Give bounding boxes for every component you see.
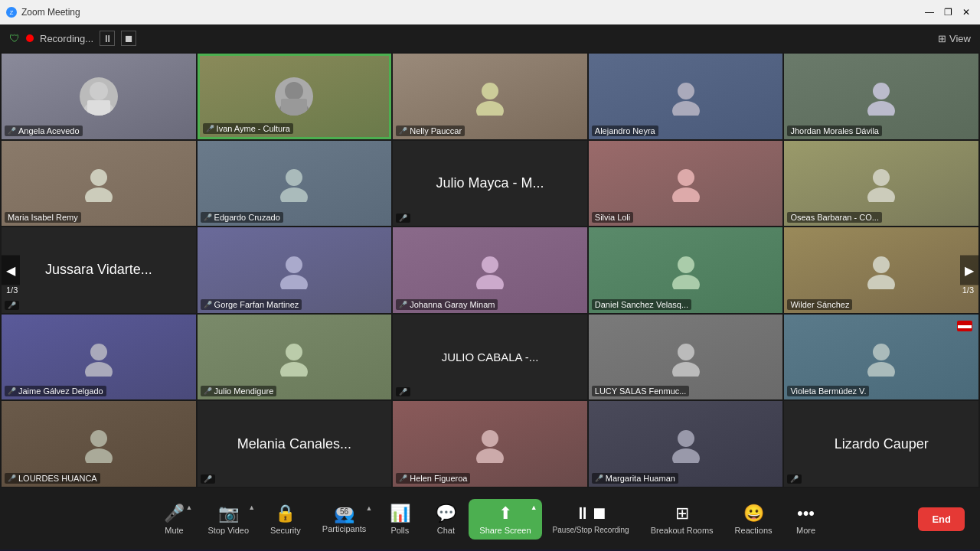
svg-point-16 [678,169,694,186]
participant-name-display-melania: Melania Canales... [237,436,351,452]
participant-cell-lizardo[interactable]: Lizardo Cauper 🎤 [784,401,978,487]
participants-caret[interactable]: ▲ [365,504,372,512]
recording-text: Recording... [40,33,93,44]
end-label: End [932,514,951,525]
participant-cell-wilder[interactable]: Wilder Sánchez ▶ 1/3 [784,227,978,313]
participants-button[interactable]: ▲ 👥 56 Participants [312,500,377,538]
participant-cell-helen[interactable]: 🎤 Helen Figueroa [393,401,587,487]
next-page-button[interactable]: ▶ [960,255,978,285]
polls-button[interactable]: 📊 Polls [377,499,423,540]
pause-recording-button[interactable]: ⏸ [100,31,115,46]
stop-recording-button[interactable]: ⏹ [121,31,136,46]
participant-name-melania: 🎤 [201,474,215,484]
participant-name-nelly: 🎤 Nelly Pauccar [396,126,465,136]
mute-icon: 🎤 [399,388,407,396]
participant-name-gorge: 🎤 Gorge Farfan Martinez [201,299,302,310]
more-button[interactable]: ••• More [783,499,829,540]
maximize-button[interactable]: ❐ [940,5,956,20]
participant-cell-lucy[interactable]: LUCY SALAS Fenmuc... [589,315,783,400]
participant-cell-julio-cabala[interactable]: JULIO CABALA -... 🎤 [393,315,587,400]
camera-icon: 📷 [218,504,239,523]
participant-cell-violeta[interactable]: Violeta Bermúdez V. [784,315,978,400]
participant-cell-julio-mayca[interactable]: Julio Mayca - M... 🎤 [393,141,587,227]
share-screen-button[interactable]: ▲ ⬆ Share Screen [469,499,541,540]
record-label: Pause/Stop Recording [553,526,629,534]
mute-icon: 🎤 [399,127,407,135]
participant-cell-jaime[interactable]: 🎤 Jaime Gálvez Delgado [2,315,196,400]
svg-rect-2 [87,100,110,116]
participant-cell-jhordan[interactable]: Jhordan Morales Dávila [784,54,978,139]
svg-point-10 [873,83,890,99]
participant-cell-alejandro[interactable]: Alejandro Neyra [589,54,783,139]
participant-name-lucy: LUCY SALAS Fenmuc... [592,386,690,396]
participants-label: Participants [322,524,366,533]
participant-cell-ivan[interactable]: 🎤 Ivan Ayme - Cultura [198,54,392,139]
svg-point-36 [90,430,107,447]
participant-name-angela: 🎤 Angela Acevedo [5,126,83,136]
breakout-button[interactable]: ⊞ Breakout Rooms [640,499,724,540]
participant-cell-daniel[interactable]: Daniel Sanchez Velasq... [589,227,783,313]
svg-point-39 [476,448,504,463]
shield-icon: 🛡 [9,32,20,44]
svg-point-19 [867,187,895,202]
mute-icon: 🎤 [8,474,16,482]
record-button[interactable]: ⏸⏹ Pause/Stop Recording [542,499,640,539]
svg-point-14 [286,169,302,186]
page-indicator-right: 1/3 [962,285,974,295]
reactions-button[interactable]: 😀 Reactions [724,499,783,540]
mute-icon: 🎤 [8,302,16,309]
page-indicator-left: 1/3 [6,285,18,295]
svg-point-15 [280,187,308,202]
participant-cell-silvia[interactable]: Silvia Loli [589,141,783,227]
window-title: Zoom Meeting [21,7,80,18]
minimize-button[interactable]: — [922,5,937,20]
view-button[interactable]: ⊞ View [938,33,971,44]
breakout-icon: ⊞ [675,504,689,523]
mute-button[interactable]: ▲ 🎤 Mute [151,499,197,540]
video-button[interactable]: ▲ 📷 Stop Video [197,499,260,540]
participant-cell-lourdes[interactable]: 🎤 LOURDES HUANCA [2,401,196,487]
mute-caret[interactable]: ▲ [186,504,193,511]
svg-point-0 [90,82,108,100]
mute-icon: 🎤 [399,474,407,482]
svg-point-24 [678,256,694,273]
participant-cell-maria[interactable]: Maria Isabel Remy [2,141,196,227]
mute-icon: 🎤 [8,127,16,135]
participant-name-daniel: Daniel Sanchez Velasq... [592,299,691,310]
svg-point-3 [285,82,303,100]
participant-cell-nelly[interactable]: 🎤 Nelly Pauccar [393,54,587,139]
security-button[interactable]: 🔒 Security [260,499,312,540]
participant-name-display-jussara: Jussara Vidarte... [45,262,152,278]
svg-point-11 [867,101,895,116]
toolbar: ▲ 🎤 Mute ▲ 📷 Stop Video 🔒 Security ▲ 👥 5… [0,488,980,549]
svg-point-30 [286,344,302,360]
chat-label: Chat [437,526,455,535]
previous-page-button[interactable]: ◀ [2,255,20,285]
participant-cell-angela[interactable]: 🎤 Angela Acevedo [2,54,196,139]
participant-name-johanna: 🎤 Johanna Garay Minam [396,299,498,310]
mute-icon: 🎤 [204,214,212,221]
svg-point-27 [867,275,895,289]
participant-cell-gorge[interactable]: 🎤 Gorge Farfan Martinez [198,227,392,313]
participant-cell-edgardo[interactable]: 🎤 Edgardo Cruzado [198,141,392,227]
participant-cell-jussara[interactable]: Jussara Vidarte... 🎤 ◀ 1/3 [2,227,196,313]
participant-cell-oseas[interactable]: Oseas Barbaran - CO... [784,141,978,227]
svg-point-20 [286,256,302,273]
title-bar-left: Z Zoom Meeting [6,7,80,18]
recording-status: 🛡 Recording... ⏸ ⏹ [9,31,136,46]
end-button[interactable]: End [918,507,965,531]
participant-name-margarita: 🎤 Margarita Huaman [592,473,678,484]
participant-cell-melania[interactable]: Melania Canales... 🎤 [198,401,392,487]
participant-cell-johanna[interactable]: 🎤 Johanna Garay Minam [393,227,587,313]
participant-cell-margarita[interactable]: 🎤 Margarita Huaman [589,401,783,487]
participant-name-display-lizardo: Lizardo Cauper [835,436,929,452]
svg-point-34 [873,344,890,360]
participant-name-julio-cabala: 🎤 [396,387,410,396]
video-caret[interactable]: ▲ [248,504,255,511]
share-caret[interactable]: ▲ [531,504,537,511]
participant-cell-julio-mendigure[interactable]: 🎤 Julio Mendigure [198,315,392,400]
svg-point-33 [672,362,700,377]
mute-icon: 🎤 [204,387,212,395]
chat-button[interactable]: 💬 Chat [423,499,469,540]
close-button[interactable]: ✕ [959,5,974,20]
